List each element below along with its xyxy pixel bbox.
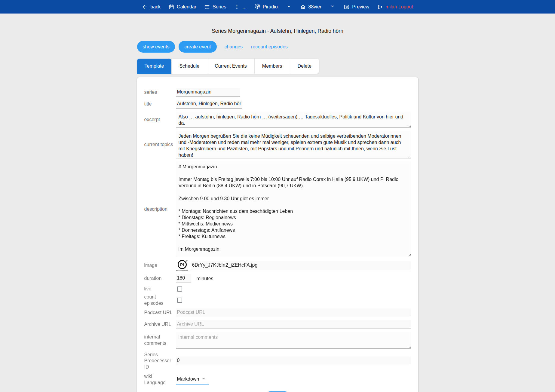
excerpt-textarea[interactable]: Also … aufstehn, hinlegen, Radio hörn … … [176,112,411,128]
logo-trademark: ® [186,260,187,262]
chevron-down-icon [330,4,335,10]
tab-current-events[interactable]: Current Events [207,59,254,74]
count-episodes-label: count episodes [144,294,176,307]
excerpt-label: excerpt [144,117,176,123]
archive-url-label: Archive URL [144,321,176,328]
title-row: title [144,100,411,109]
live-label: live [144,286,176,292]
wiki-language-row: wiki Language Markdown [144,373,411,386]
tab-members[interactable]: Members [254,59,290,74]
calendar-icon [168,4,174,10]
series-button[interactable]: Series [204,4,226,10]
archive-url-input[interactable] [176,320,411,329]
back-button[interactable]: back [142,4,161,10]
internal-comments-row: internal comments [144,332,411,349]
podcast-url-input[interactable] [176,308,411,317]
antenna-icon [254,4,260,10]
logout-icon [377,4,383,10]
chevron-down-icon [287,4,291,10]
series-actions: show events create event changes recount… [137,41,418,53]
preview-button[interactable]: Preview [344,4,369,10]
internal-comments-label: internal comments [144,334,176,347]
wiki-language-select[interactable]: Markdown [176,375,209,384]
live-checkbox[interactable] [177,286,182,292]
tab-bar: Template Schedule Current Events Members… [137,59,319,74]
duration-input[interactable] [176,274,191,283]
description-textarea[interactable]: # Morgenmagazin Immer Montag bis Freitag… [176,161,411,257]
station-menu[interactable]: 88vier [300,4,322,10]
page-title: Series Morgenmagazin - Aufstehn, Hinlege… [137,28,418,34]
count-episodes-checkbox[interactable] [177,298,182,303]
title-label: title [144,101,176,107]
archive-url-row: Archive URL [144,320,411,329]
series-predecessor-input[interactable] [176,357,411,365]
more-menu[interactable]: ... [234,4,246,10]
series-label: series [144,89,176,96]
podcast-url-row: Podcast URL [144,308,411,317]
preview-label: Preview [352,4,369,10]
calendar-label: Calendar [177,4,196,10]
series-predecessor-label: Series Predecessor ID [144,352,176,370]
create-event-button[interactable]: create event [179,41,216,53]
duration-label: duration [144,275,176,282]
chevron-down-icon [201,376,206,382]
image-filename-input[interactable] [191,261,411,270]
show-events-button[interactable]: show events [137,41,175,53]
series-logo-image: PI ® MORGENMAGAZIN [176,260,188,271]
description-label: description [144,206,176,213]
preview-icon [344,4,350,10]
piradio-dropdown-chevron[interactable] [287,4,291,10]
series-predecessor-row: Series Predecessor ID [144,352,411,370]
series-input[interactable] [176,88,240,97]
calendar-button[interactable]: Calendar [168,4,196,10]
station-label: 88vier [308,4,322,10]
series-row: series [144,88,411,97]
logout-button[interactable]: milan Logout [377,4,413,10]
current-topics-label: current topics [144,142,176,148]
more-label: ... [242,4,246,10]
series-label: Series [213,4,226,10]
tab-schedule[interactable]: Schedule [171,59,207,74]
image-row: image PI ® MORGENMAGAZIN [144,260,411,271]
podcast-url-label: Podcast URL [144,310,176,316]
title-input[interactable] [176,100,242,109]
station-dropdown-chevron[interactable] [330,4,335,10]
current-topics-textarea[interactable]: Jeden Morgen begrüßen Sie die keine Müdi… [176,131,411,158]
wiki-language-label: wiki Language [144,373,176,386]
tab-template[interactable]: Template [137,59,172,74]
description-row: description # Morgenmagazin Immer Montag… [144,161,411,257]
arrow-left-icon [142,4,148,10]
main-content: Series Morgenmagazin - Aufstehn, Hinlege… [137,28,418,392]
recount-episodes-link[interactable]: recount episodes [247,44,292,50]
duration-unit-label: minutes [197,276,213,281]
image-label: image [144,262,176,269]
piradio-menu[interactable]: Piradio [254,4,278,10]
tab-delete[interactable]: Delete [290,59,319,74]
wiki-language-value: Markdown [177,376,199,382]
duration-row: duration minutes [144,274,411,283]
live-row: live [144,286,411,292]
count-episodes-row: count episodes [144,294,411,307]
current-topics-row: current topics Jeden Morgen begrüßen Sie… [144,131,411,158]
internal-comments-textarea[interactable] [176,332,411,349]
list-icon [204,4,210,10]
pi-logo-icon: PI ® [178,260,187,269]
kebab-icon [234,4,240,10]
template-form-card: series title excerpt Also … aufstehn, hi… [137,77,418,392]
logout-label: milan Logout [385,4,413,10]
changes-link[interactable]: changes [220,44,247,50]
piradio-label: Piradio [263,4,278,10]
home-icon [300,4,306,10]
top-navbar: back Calendar Series ... Piradio 88v [0,0,555,14]
excerpt-row: excerpt Also … aufstehn, hinlegen, Radio… [144,112,411,128]
back-label: back [150,4,161,10]
